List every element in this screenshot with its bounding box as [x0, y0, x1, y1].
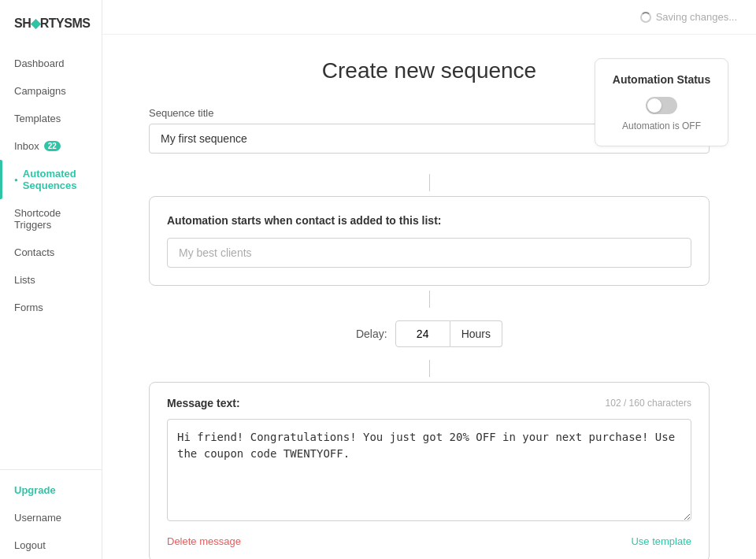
delay-label: Delay:: [356, 328, 387, 340]
automation-card-title: Automation Status: [608, 73, 715, 86]
connector-line-2: [429, 291, 430, 308]
sidebar-item-forms[interactable]: Forms: [0, 294, 102, 321]
sidebar-item-lists[interactable]: Lists: [0, 266, 102, 294]
sidebar-item-templates[interactable]: Templates: [0, 105, 102, 132]
automation-toggle-label: Automation is OFF: [608, 120, 715, 131]
topbar: Saving changes...: [102, 0, 756, 35]
saving-spinner-icon: [640, 12, 651, 23]
delay-unit-select[interactable]: Hours: [450, 320, 502, 347]
connector-line-1: [429, 174, 430, 191]
saving-label: Saving changes...: [656, 11, 737, 23]
char-count: 102 / 160 characters: [606, 398, 691, 409]
sidebar-item-upgrade[interactable]: Upgrade: [0, 476, 102, 504]
logo: SH◆RTYSMS: [14, 16, 87, 31]
connector-3: [149, 355, 710, 382]
sidebar-nav: Dashboard Campaigns Templates Inbox 22 ●…: [0, 50, 102, 321]
toggle-wrap: [608, 97, 715, 114]
inbox-badge: 22: [44, 141, 61, 151]
delay-row: Delay: Hours: [149, 313, 710, 355]
sidebar-bottom: Upgrade Username Logout: [0, 469, 102, 559]
sidebar-item-campaigns[interactable]: Campaigns: [0, 77, 102, 105]
delete-message-button[interactable]: Delete message: [167, 535, 241, 547]
sidebar-item-dashboard[interactable]: Dashboard: [0, 50, 102, 77]
sidebar-item-logout[interactable]: Logout: [0, 531, 102, 559]
message-title-label: Message text:: [167, 397, 240, 409]
main-content: Saving changes... Automation Status Auto…: [102, 0, 756, 559]
sidebar-item-inbox[interactable]: Inbox 22: [0, 132, 102, 160]
delay-value-input[interactable]: [395, 320, 450, 347]
sidebar-item-automated-sequences[interactable]: ● Automated Sequences: [0, 160, 102, 199]
list-card-title: Automation starts when contact is added …: [167, 214, 691, 227]
automation-toggle[interactable]: [646, 97, 677, 114]
list-trigger-card: Automation starts when contact is added …: [149, 196, 710, 286]
sidebar-item-contacts[interactable]: Contacts: [0, 239, 102, 266]
automation-status-card: Automation Status Automation is OFF: [595, 58, 728, 146]
message-header: Message text: 102 / 160 characters: [167, 397, 691, 409]
sidebar-item-shortcode-triggers[interactable]: Shortcode Triggers: [0, 199, 102, 239]
use-template-button[interactable]: Use template: [631, 535, 691, 547]
message-actions: Delete message Use template: [167, 535, 691, 547]
logo-area: SH◆RTYSMS: [0, 0, 102, 50]
message-card: Message text: 102 / 160 characters Delet…: [149, 382, 710, 559]
message-textarea[interactable]: [167, 419, 691, 521]
connector-2: [149, 286, 710, 313]
page-content: Automation Status Automation is OFF Crea…: [130, 35, 728, 559]
sidebar-item-username[interactable]: Username: [0, 504, 102, 531]
saving-indicator: Saving changes...: [640, 11, 737, 23]
list-search-input[interactable]: [167, 238, 691, 268]
connector-1: [149, 169, 710, 196]
connector-line-3: [429, 360, 430, 377]
sidebar: SH◆RTYSMS Dashboard Campaigns Templates …: [0, 0, 102, 559]
